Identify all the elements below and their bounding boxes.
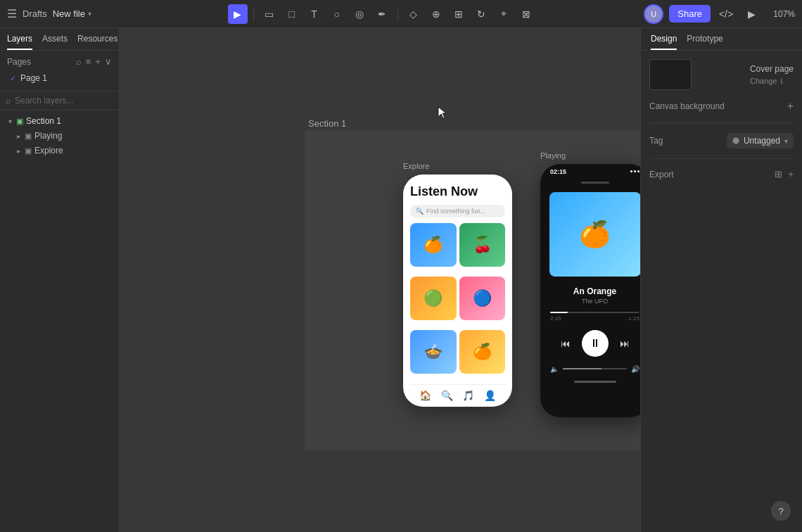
- tool-rect[interactable]: □: [282, 4, 302, 24]
- grid-cell-6: 🍊: [459, 330, 506, 374]
- tool-select[interactable]: ▶: [228, 4, 248, 24]
- section-container: Explore Listen Now 🔍 Find something fun.…: [305, 130, 640, 450]
- pages-actions: ⌕ ≡ + ∨: [76, 56, 112, 67]
- share-button[interactable]: Share: [669, 5, 711, 23]
- sidebar-tabs: Layers Assets Resources: [0, 28, 119, 51]
- playing-phone-mockup[interactable]: 02:15 🍊: [540, 164, 640, 417]
- playing-frame-wrapper: Playing 02:15: [540, 164, 640, 417]
- export-settings-icon[interactable]: ⊞: [775, 169, 782, 179]
- code-button[interactable]: </>: [716, 4, 736, 24]
- play-button[interactable]: ▶: [741, 4, 761, 24]
- notch-bar: [581, 182, 609, 184]
- tool-ellipse[interactable]: ○: [327, 4, 347, 24]
- pages-collapse-icon[interactable]: ≡: [86, 56, 91, 67]
- main-area: Layers Assets Resources Pages ⌕ ≡ + ∨ ✓ …: [0, 28, 802, 532]
- status-dots: [630, 170, 639, 172]
- volume-fill: [563, 368, 602, 369]
- explore-search-icon: 🔍: [416, 208, 424, 215]
- page-active-check: ✓: [10, 74, 16, 83]
- grid-image-3: 🟢: [410, 277, 457, 320]
- tool-blend[interactable]: ⊕: [426, 4, 446, 24]
- pages-more-icon[interactable]: ∨: [105, 56, 112, 67]
- tool-pen[interactable]: ✒: [372, 4, 392, 24]
- tab-assets[interactable]: Assets: [42, 34, 68, 50]
- zoom-level[interactable]: 107%: [767, 9, 795, 19]
- grid-cell-2: 🍒: [459, 223, 506, 267]
- tool-transform[interactable]: ⊠: [516, 4, 536, 24]
- rewind-button[interactable]: ⏮: [561, 338, 571, 349]
- divider-1: [649, 122, 794, 123]
- status-dot-3: [637, 170, 639, 172]
- explore-title: Listen Now: [410, 184, 505, 199]
- file-name-label: New file: [53, 8, 85, 19]
- pages-header: Pages ⌕ ≡ + ∨: [7, 56, 112, 67]
- explore-frame-icon: ▣: [25, 146, 32, 156]
- volume-high-icon: 🔊: [631, 365, 639, 373]
- section-icon: ▣: [16, 117, 23, 126]
- canvas-area[interactable]: Section 1 Explore Listen Now 🔍 Find some…: [120, 28, 640, 532]
- menu-icon[interactable]: ☰: [7, 7, 17, 20]
- progress-bar[interactable]: [550, 312, 639, 313]
- frame-icon: ▣: [25, 132, 32, 141]
- album-art: 🍊: [549, 192, 641, 277]
- page-item-page1[interactable]: ✓ Page 1: [7, 71, 112, 85]
- nav-music-icon[interactable]: 🎵: [462, 390, 474, 401]
- progress-total: -1:15: [627, 315, 639, 322]
- cursor: [436, 106, 450, 122]
- tool-text[interactable]: T: [305, 4, 324, 24]
- tag-dropdown[interactable]: Untagged ▾: [727, 133, 794, 148]
- layer-playing[interactable]: ▸ ▣ Playing: [3, 129, 116, 143]
- tool-rotate[interactable]: ↻: [471, 4, 491, 24]
- left-sidebar: Layers Assets Resources Pages ⌕ ≡ + ∨ ✓ …: [0, 28, 120, 532]
- tool-frame[interactable]: ▭: [260, 4, 279, 24]
- tool-link[interactable]: ⌖: [494, 4, 514, 24]
- tool-search-shape[interactable]: ◎: [350, 4, 369, 24]
- tab-layers[interactable]: Layers: [7, 34, 32, 50]
- grid-cell-5: 🍲: [410, 330, 457, 374]
- canvas-bg-add-button[interactable]: +: [787, 100, 794, 113]
- explore-phone-mockup[interactable]: Listen Now 🔍 Find something fun... 🍊 🍒: [403, 175, 512, 407]
- pages-search-icon[interactable]: ⌕: [76, 56, 82, 67]
- status-dot-1: [630, 170, 632, 172]
- help-button[interactable]: ?: [771, 501, 791, 521]
- tab-design[interactable]: Design: [651, 34, 677, 50]
- tool-crop[interactable]: ⊞: [449, 4, 469, 24]
- layers-search-input[interactable]: [15, 96, 120, 106]
- tag-label: Tag: [649, 136, 663, 146]
- layer-section1-label: Section 1: [26, 116, 61, 126]
- nav-profile-icon[interactable]: 👤: [484, 390, 496, 401]
- progress-section: 2:15 -1:15: [540, 309, 640, 324]
- export-add-icon[interactable]: +: [788, 169, 794, 179]
- notch-area: [540, 179, 640, 186]
- progress-current: 2:15: [550, 315, 561, 322]
- app-section: Drafts: [23, 8, 47, 19]
- tab-prototype[interactable]: Prototype: [687, 34, 723, 50]
- grid-image-4: 🔵: [459, 277, 506, 320]
- cover-change-button[interactable]: Change ℹ: [750, 77, 794, 85]
- layers-search-bar: ⌕ ⊟: [0, 91, 119, 110]
- nav-search-icon[interactable]: 🔍: [441, 390, 453, 401]
- fast-forward-button[interactable]: ⏭: [620, 338, 630, 349]
- cover-info-icon: ℹ: [780, 77, 783, 85]
- nav-home-icon[interactable]: 🏠: [419, 390, 431, 401]
- separator-1: [253, 8, 254, 20]
- track-title: An Orange: [545, 286, 640, 296]
- layer-explore[interactable]: ▸ ▣ Explore: [3, 144, 116, 158]
- grid-image-5: 🍲: [410, 330, 457, 374]
- layer-section1[interactable]: ▾ ▣ Section 1: [3, 114, 116, 128]
- home-bar: [574, 381, 616, 383]
- tool-shapes[interactable]: ◇: [404, 4, 424, 24]
- grid-cell-1: 🍊: [410, 223, 457, 267]
- pages-add-icon[interactable]: +: [95, 56, 101, 67]
- status-bar: 02:15: [540, 164, 640, 179]
- file-dropdown-icon: ▾: [88, 10, 91, 18]
- cover-info: Cover page Change ℹ: [750, 64, 794, 85]
- avatar: U: [644, 4, 663, 24]
- tab-resources[interactable]: Resources: [77, 34, 117, 50]
- drafts-label[interactable]: Drafts: [23, 8, 47, 19]
- pause-button[interactable]: ⏸: [582, 330, 609, 357]
- file-name-button[interactable]: New file ▾: [53, 8, 91, 19]
- tag-section: Tag Untagged ▾: [649, 133, 794, 148]
- cover-page-section: Cover page Change ℹ: [649, 59, 794, 90]
- volume-bar[interactable]: [563, 368, 627, 369]
